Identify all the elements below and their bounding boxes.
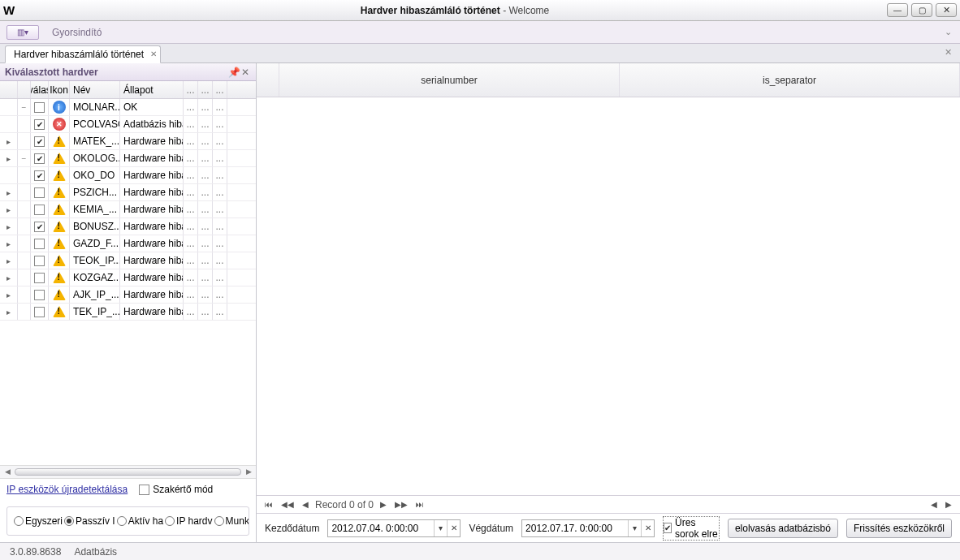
- row-checkbox[interactable]: [34, 290, 45, 300]
- right-col-separator[interactable]: is_separator: [620, 63, 960, 97]
- pager-scroll-right-icon[interactable]: ▶: [944, 500, 954, 509]
- col-extra3[interactable]: ...: [213, 81, 227, 98]
- row-select[interactable]: [31, 235, 49, 252]
- row-select[interactable]: [31, 184, 49, 200]
- row-select[interactable]: [31, 286, 49, 303]
- row-checkbox[interactable]: [34, 205, 45, 215]
- table-row[interactable]: ✔PCOLVASOAdatbázis hiba.........: [0, 116, 256, 133]
- pager-last-icon[interactable]: ⏭: [414, 500, 426, 509]
- end-date-input[interactable]: ▾ ✕: [521, 519, 655, 537]
- row-checkbox[interactable]: [34, 307, 45, 317]
- radio-dot-icon[interactable]: [14, 516, 24, 526]
- table-row[interactable]: ▸−✔OKOLOG...Hardware hiba.........: [0, 150, 256, 167]
- pager-prevpage-icon[interactable]: ◀◀: [279, 500, 296, 509]
- row-select[interactable]: [31, 99, 49, 115]
- row-expander[interactable]: [18, 218, 31, 235]
- refresh-devices-button[interactable]: Frissítés eszközökről: [846, 519, 952, 538]
- col-icon[interactable]: Ikon: [49, 81, 70, 98]
- row-checkbox[interactable]: ✔: [34, 119, 45, 130]
- right-grid-body[interactable]: [257, 97, 960, 495]
- row-checkbox[interactable]: ✔: [34, 222, 45, 232]
- start-date-field[interactable]: [328, 520, 434, 536]
- row-checkbox[interactable]: [34, 239, 45, 249]
- row-expander[interactable]: [18, 235, 31, 252]
- expert-mode-checkbox[interactable]: [139, 485, 149, 495]
- row-checkbox[interactable]: ✔: [34, 153, 45, 164]
- table-row[interactable]: ▸KEMIA_...Hardware hiba.........: [0, 201, 256, 218]
- tabs-overflow-icon[interactable]: ✕: [945, 47, 952, 58]
- row-expander[interactable]: [18, 304, 31, 320]
- row-expander[interactable]: [18, 184, 31, 200]
- hide-empty-checkbox[interactable]: ✔: [664, 523, 672, 533]
- right-col-indicator[interactable]: [257, 63, 279, 97]
- scroll-thumb[interactable]: [15, 468, 241, 476]
- table-row[interactable]: −MOLNAR...OK.........: [0, 99, 256, 116]
- row-select[interactable]: ✔: [31, 150, 49, 166]
- row-expander[interactable]: [18, 116, 31, 132]
- row-expander[interactable]: [18, 133, 31, 149]
- row-expander[interactable]: −: [18, 99, 31, 115]
- pin-icon[interactable]: 📌: [228, 67, 240, 78]
- table-row[interactable]: ▸TEK_IP_...Hardware hiba.........: [0, 304, 256, 321]
- end-date-dropdown-icon[interactable]: ▾: [628, 520, 641, 536]
- pager-nextpage-icon[interactable]: ▶▶: [393, 500, 409, 509]
- col-status[interactable]: Állapot: [120, 81, 184, 98]
- col-extra2[interactable]: ...: [198, 81, 213, 98]
- row-expander[interactable]: [18, 167, 31, 183]
- row-select[interactable]: ✔: [31, 218, 49, 235]
- row-select[interactable]: ✔: [31, 133, 49, 149]
- radio-dot-icon[interactable]: [117, 516, 127, 526]
- row-expander[interactable]: −: [18, 150, 31, 166]
- scroll-right-icon[interactable]: ▶: [243, 467, 254, 476]
- radio-dot-icon[interactable]: [165, 516, 175, 526]
- col-name[interactable]: Név: [70, 81, 120, 98]
- row-select[interactable]: ✔: [31, 116, 49, 132]
- table-row[interactable]: ▸✔MATEK_...Hardware hiba.........: [0, 133, 256, 150]
- pager-next-icon[interactable]: ▶: [378, 500, 388, 509]
- col-select[interactable]: Kiválas...: [31, 81, 49, 98]
- row-select[interactable]: [31, 252, 49, 269]
- row-checkbox[interactable]: [34, 273, 45, 283]
- start-date-clear-icon[interactable]: ✕: [447, 520, 460, 536]
- end-date-clear-icon[interactable]: ✕: [641, 520, 654, 536]
- table-row[interactable]: ▸PSZICH...Hardware hiba.........: [0, 184, 256, 201]
- right-col-serial[interactable]: serialnumber: [279, 63, 620, 97]
- table-row[interactable]: ▸✔BONUSZ...Hardware hiba.........: [0, 218, 256, 235]
- row-select[interactable]: [31, 201, 49, 218]
- mode-radio[interactable]: Egyszeri: [14, 515, 63, 527]
- horizontal-scrollbar[interactable]: ◀ ▶: [0, 465, 256, 478]
- radio-dot-icon[interactable]: [214, 516, 224, 526]
- col-expander[interactable]: [18, 81, 31, 98]
- row-checkbox[interactable]: ✔: [34, 170, 45, 181]
- row-checkbox[interactable]: [34, 187, 45, 198]
- pager-prev-icon[interactable]: ◀: [301, 500, 310, 509]
- maximize-button[interactable]: ▢: [911, 3, 932, 17]
- redetect-link[interactable]: IP eszközök újradetektálása: [6, 484, 128, 495]
- ribbon-collapse-icon[interactable]: ⌄: [945, 27, 952, 37]
- table-row[interactable]: ▸TEOK_IP...Hardware hiba.........: [0, 252, 256, 269]
- grid-body[interactable]: −MOLNAR...OK.........✔PCOLVASOAdatbázis …: [0, 99, 256, 465]
- pager-first-icon[interactable]: ⏮: [263, 500, 275, 509]
- row-expander[interactable]: [18, 269, 31, 286]
- row-checkbox[interactable]: [34, 256, 45, 266]
- mode-radio[interactable]: Munkaál: [214, 515, 249, 527]
- end-date-field[interactable]: [522, 520, 628, 536]
- scroll-left-icon[interactable]: ◀: [2, 467, 13, 476]
- mode-radio[interactable]: Aktív ha: [117, 515, 163, 527]
- tab-close-icon[interactable]: ✕: [150, 50, 157, 58]
- row-select[interactable]: [31, 304, 49, 320]
- panel-close-icon[interactable]: ✕: [240, 67, 251, 78]
- radio-dot-icon[interactable]: [64, 516, 74, 526]
- ribbon-view-toggle[interactable]: ▥▾: [6, 25, 39, 40]
- reload-db-button[interactable]: elolvasás adatbázisbó: [728, 519, 838, 538]
- table-row[interactable]: ▸AJK_IP_...Hardware hiba.........: [0, 286, 256, 304]
- mode-radio[interactable]: IP hardv: [165, 515, 212, 527]
- col-indicator[interactable]: [0, 81, 18, 98]
- table-row[interactable]: ✔OKO_DOHardware hiba.........: [0, 167, 256, 184]
- row-checkbox[interactable]: ✔: [34, 136, 45, 147]
- quick-launch-label[interactable]: Gyorsindító: [52, 27, 102, 38]
- col-extra1[interactable]: ...: [184, 81, 198, 98]
- pager-scroll-left-icon[interactable]: ◀: [929, 500, 939, 509]
- row-checkbox[interactable]: [34, 102, 45, 113]
- row-select[interactable]: [31, 269, 49, 286]
